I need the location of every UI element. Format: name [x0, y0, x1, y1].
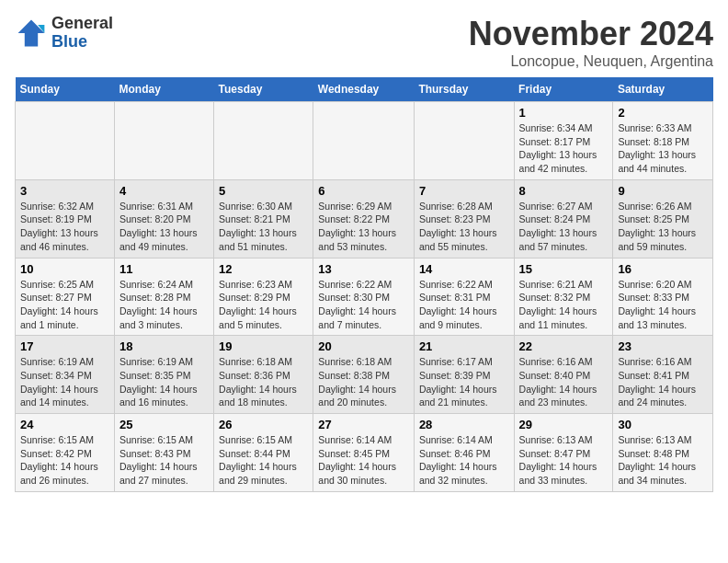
day-number: 13 [318, 262, 409, 276]
day-detail: Sunrise: 6:15 AM Sunset: 8:44 PM Dayligh… [219, 434, 297, 486]
day-number: 27 [318, 418, 409, 431]
day-detail: Sunrise: 6:26 AM Sunset: 8:25 PM Dayligh… [618, 201, 696, 252]
calendar-cell: 21Sunrise: 6:17 AM Sunset: 8:39 PM Dayli… [414, 336, 514, 414]
day-detail: Sunrise: 6:18 AM Sunset: 8:38 PM Dayligh… [318, 356, 396, 408]
calendar-cell: 19Sunrise: 6:18 AM Sunset: 8:36 PM Dayli… [214, 336, 313, 414]
logo-icon [15, 17, 48, 50]
day-number: 10 [20, 262, 109, 276]
calendar-week-2: 3Sunrise: 6:32 AM Sunset: 8:19 PM Daylig… [16, 179, 713, 258]
logo-blue-text: Blue [51, 32, 87, 51]
calendar-cell: 10Sunrise: 6:25 AM Sunset: 8:27 PM Dayli… [16, 258, 115, 336]
calendar-cell: 5Sunrise: 6:30 AM Sunset: 8:21 PM Daylig… [214, 179, 313, 258]
day-number: 5 [219, 184, 308, 198]
calendar-cell [214, 102, 313, 180]
calendar-cell: 26Sunrise: 6:15 AM Sunset: 8:44 PM Dayli… [214, 414, 313, 492]
calendar-cell: 15Sunrise: 6:21 AM Sunset: 8:32 PM Dayli… [514, 258, 613, 336]
calendar-cell: 3Sunrise: 6:32 AM Sunset: 8:19 PM Daylig… [16, 179, 115, 258]
day-detail: Sunrise: 6:21 AM Sunset: 8:32 PM Dayligh… [519, 279, 597, 330]
day-detail: Sunrise: 6:25 AM Sunset: 8:27 PM Dayligh… [20, 279, 98, 330]
day-detail: Sunrise: 6:18 AM Sunset: 8:36 PM Dayligh… [219, 356, 297, 408]
calendar-cell: 17Sunrise: 6:19 AM Sunset: 8:34 PM Dayli… [16, 336, 115, 414]
calendar-cell: 12Sunrise: 6:23 AM Sunset: 8:29 PM Dayli… [214, 258, 313, 336]
calendar-cell: 18Sunrise: 6:19 AM Sunset: 8:35 PM Dayli… [114, 336, 213, 414]
title-block: November 2024 Loncopue, Neuquen, Argenti… [469, 15, 713, 70]
page-header: General Blue November 2024 Loncopue, Neu… [15, 15, 713, 70]
day-number: 20 [318, 339, 409, 353]
calendar-cell [313, 102, 415, 180]
day-number: 23 [618, 339, 708, 353]
day-detail: Sunrise: 6:33 AM Sunset: 8:18 PM Dayligh… [618, 122, 696, 174]
day-detail: Sunrise: 6:13 AM Sunset: 8:47 PM Dayligh… [519, 434, 597, 486]
svg-marker-0 [18, 19, 45, 46]
day-detail: Sunrise: 6:22 AM Sunset: 8:31 PM Dayligh… [419, 279, 497, 330]
day-detail: Sunrise: 6:24 AM Sunset: 8:28 PM Dayligh… [119, 279, 198, 330]
day-number: 15 [519, 262, 609, 276]
day-detail: Sunrise: 6:23 AM Sunset: 8:29 PM Dayligh… [219, 279, 297, 330]
weekday-header-thursday: Thursday [414, 77, 514, 102]
day-number: 18 [119, 339, 209, 353]
day-detail: Sunrise: 6:29 AM Sunset: 8:22 PM Dayligh… [318, 201, 396, 252]
calendar-cell: 28Sunrise: 6:14 AM Sunset: 8:46 PM Dayli… [414, 414, 514, 492]
calendar-cell: 9Sunrise: 6:26 AM Sunset: 8:25 PM Daylig… [613, 179, 713, 258]
day-number: 30 [618, 418, 708, 431]
day-number: 16 [618, 262, 708, 276]
day-detail: Sunrise: 6:28 AM Sunset: 8:23 PM Dayligh… [419, 201, 497, 252]
calendar-title: November 2024 [469, 15, 713, 53]
day-number: 9 [618, 184, 708, 198]
calendar-body: 1Sunrise: 6:34 AM Sunset: 8:17 PM Daylig… [16, 102, 713, 492]
day-detail: Sunrise: 6:34 AM Sunset: 8:17 PM Dayligh… [519, 122, 597, 174]
weekday-header-monday: Monday [114, 77, 213, 102]
day-detail: Sunrise: 6:20 AM Sunset: 8:33 PM Dayligh… [618, 279, 696, 330]
day-number: 29 [519, 418, 609, 431]
calendar-cell [114, 102, 213, 180]
weekday-header-wednesday: Wednesday [313, 77, 415, 102]
calendar-cell: 8Sunrise: 6:27 AM Sunset: 8:24 PM Daylig… [514, 179, 613, 258]
day-number: 28 [419, 418, 509, 431]
day-number: 24 [20, 418, 109, 431]
day-number: 19 [219, 339, 308, 353]
day-detail: Sunrise: 6:16 AM Sunset: 8:41 PM Dayligh… [618, 356, 696, 408]
calendar-cell: 16Sunrise: 6:20 AM Sunset: 8:33 PM Dayli… [613, 258, 713, 336]
calendar-cell: 11Sunrise: 6:24 AM Sunset: 8:28 PM Dayli… [114, 258, 213, 336]
calendar-cell: 30Sunrise: 6:13 AM Sunset: 8:48 PM Dayli… [613, 414, 713, 492]
day-detail: Sunrise: 6:22 AM Sunset: 8:30 PM Dayligh… [318, 279, 396, 330]
calendar-cell: 7Sunrise: 6:28 AM Sunset: 8:23 PM Daylig… [414, 179, 514, 258]
calendar-cell: 14Sunrise: 6:22 AM Sunset: 8:31 PM Dayli… [414, 258, 514, 336]
calendar-week-1: 1Sunrise: 6:34 AM Sunset: 8:17 PM Daylig… [16, 102, 713, 180]
day-detail: Sunrise: 6:17 AM Sunset: 8:39 PM Dayligh… [419, 356, 497, 408]
calendar-cell: 22Sunrise: 6:16 AM Sunset: 8:40 PM Dayli… [514, 336, 613, 414]
calendar-cell [16, 102, 115, 180]
day-detail: Sunrise: 6:15 AM Sunset: 8:42 PM Dayligh… [20, 434, 98, 486]
calendar-cell: 1Sunrise: 6:34 AM Sunset: 8:17 PM Daylig… [514, 102, 613, 180]
day-number: 6 [318, 184, 409, 198]
day-number: 21 [419, 339, 509, 353]
calendar-week-4: 17Sunrise: 6:19 AM Sunset: 8:34 PM Dayli… [16, 336, 713, 414]
weekday-header-friday: Friday [514, 77, 613, 102]
day-detail: Sunrise: 6:30 AM Sunset: 8:21 PM Dayligh… [219, 201, 297, 252]
day-number: 11 [119, 262, 209, 276]
calendar-cell: 29Sunrise: 6:13 AM Sunset: 8:47 PM Dayli… [514, 414, 613, 492]
day-number: 17 [20, 339, 109, 353]
day-detail: Sunrise: 6:14 AM Sunset: 8:45 PM Dayligh… [318, 434, 396, 486]
weekday-header-tuesday: Tuesday [214, 77, 313, 102]
calendar-week-5: 24Sunrise: 6:15 AM Sunset: 8:42 PM Dayli… [16, 414, 713, 492]
calendar-subtitle: Loncopue, Neuquen, Argentina [469, 53, 713, 70]
calendar-cell: 27Sunrise: 6:14 AM Sunset: 8:45 PM Dayli… [313, 414, 415, 492]
day-number: 7 [419, 184, 509, 198]
weekday-header-saturday: Saturday [613, 77, 713, 102]
day-detail: Sunrise: 6:16 AM Sunset: 8:40 PM Dayligh… [519, 356, 597, 408]
day-detail: Sunrise: 6:15 AM Sunset: 8:43 PM Dayligh… [119, 434, 198, 486]
calendar-cell: 25Sunrise: 6:15 AM Sunset: 8:43 PM Dayli… [114, 414, 213, 492]
calendar-cell: 6Sunrise: 6:29 AM Sunset: 8:22 PM Daylig… [313, 179, 415, 258]
logo-general-text: General [51, 14, 113, 32]
day-number: 3 [20, 184, 109, 198]
day-number: 1 [519, 106, 609, 120]
day-number: 25 [119, 418, 209, 431]
day-number: 22 [519, 339, 609, 353]
weekday-header-row: SundayMondayTuesdayWednesdayThursdayFrid… [16, 77, 713, 102]
day-number: 26 [219, 418, 308, 431]
calendar-table: SundayMondayTuesdayWednesdayThursdayFrid… [15, 77, 713, 492]
calendar-cell: 13Sunrise: 6:22 AM Sunset: 8:30 PM Dayli… [313, 258, 415, 336]
calendar-cell: 20Sunrise: 6:18 AM Sunset: 8:38 PM Dayli… [313, 336, 415, 414]
day-detail: Sunrise: 6:27 AM Sunset: 8:24 PM Dayligh… [519, 201, 597, 252]
